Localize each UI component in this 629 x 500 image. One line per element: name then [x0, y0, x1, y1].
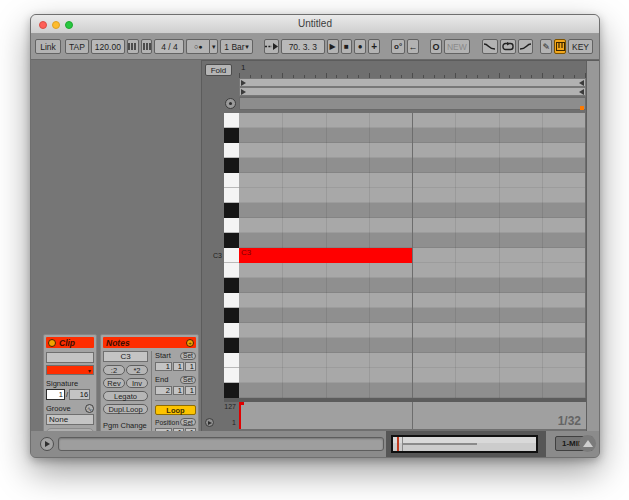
duplicate-loop-button[interactable]: Dupl.Loop: [103, 404, 148, 414]
overdub-button[interactable]: +: [368, 39, 380, 54]
back-to-arrangement-button[interactable]: ←: [407, 39, 419, 54]
black-key[interactable]: [224, 158, 239, 173]
start-sixteenth-field[interactable]: 1: [185, 362, 196, 371]
loop-start-marker-icon[interactable]: [241, 89, 246, 95]
play-button[interactable]: ▶: [327, 39, 339, 54]
record-button[interactable]: ●: [354, 39, 366, 54]
beat-time-ruler[interactable]: 1: [239, 63, 586, 78]
nudge-down-button[interactable]: [127, 39, 139, 54]
end-sixteenth-field[interactable]: 1: [185, 386, 196, 395]
white-key[interactable]: [224, 173, 239, 188]
set-end-button[interactable]: Set: [180, 376, 196, 384]
punch-in-button[interactable]: [482, 39, 498, 54]
black-key[interactable]: [224, 308, 239, 323]
arrangement-position-display[interactable]: 70. 3. 3: [281, 39, 325, 54]
notes-box-toggle[interactable]: ♪: [61, 457, 72, 458]
black-key[interactable]: [224, 383, 239, 398]
tempo-field[interactable]: 120.00: [91, 39, 125, 54]
scrollbar-track[interactable]: [586, 61, 600, 434]
white-key[interactable]: [224, 323, 239, 338]
velocity-stem[interactable]: [239, 402, 241, 429]
end-bar-field[interactable]: 2: [155, 386, 172, 395]
groove-icon[interactable]: ∿: [85, 404, 94, 413]
reverse-button[interactable]: Rev: [103, 378, 125, 388]
launch-box-toggle[interactable]: L: [46, 457, 57, 458]
new-button[interactable]: NEW: [444, 39, 470, 54]
chevron-down-icon: ▾: [212, 43, 216, 51]
legato-button[interactable]: Legato: [103, 391, 148, 401]
start-beat-field[interactable]: 1: [173, 362, 184, 371]
link-button[interactable]: Link: [35, 39, 61, 54]
black-key[interactable]: [224, 128, 239, 143]
velocity-marker[interactable]: [239, 402, 244, 405]
set-position-button[interactable]: Set: [180, 418, 196, 426]
metronome-button[interactable]: ○●: [186, 39, 209, 54]
automation-arm-button[interactable]: o°: [391, 39, 405, 54]
velocity-lane[interactable]: 1/32: [239, 402, 586, 429]
start-marker-lane[interactable]: [239, 78, 586, 87]
play-icon: ▶: [330, 42, 336, 51]
white-key[interactable]: [224, 218, 239, 233]
black-key[interactable]: [224, 278, 239, 293]
metronome-menu-button[interactable]: ▾: [209, 39, 218, 54]
tap-tempo-button[interactable]: TAP: [65, 39, 89, 54]
control-bar: Link TAP 120.00 4 / 4 ○● ▾ 1 Bar▾ 70. 3.…: [31, 34, 599, 60]
white-key[interactable]: [224, 263, 239, 278]
time-signature-field[interactable]: 4 / 4: [154, 39, 184, 54]
envelopes-box-toggle[interactable]: E: [76, 457, 87, 458]
white-key[interactable]: [224, 143, 239, 158]
groove-chooser[interactable]: None: [46, 414, 94, 425]
add-panel-icon[interactable]: +: [186, 339, 194, 347]
info-view-toggle[interactable]: [40, 437, 54, 451]
white-key[interactable]: [224, 188, 239, 203]
black-key[interactable]: [224, 338, 239, 353]
loop-marker-lane[interactable]: [239, 87, 586, 96]
plus-icon: +: [371, 41, 377, 52]
key-map-button[interactable]: KEY: [568, 39, 593, 54]
signature-denominator-field[interactable]: 16: [69, 389, 90, 400]
black-key[interactable]: [224, 203, 239, 218]
loop-end-marker-icon[interactable]: [579, 89, 584, 95]
preview-headphone-icon[interactable]: [225, 98, 236, 109]
end-beat-field[interactable]: 1: [173, 386, 184, 395]
invert-button[interactable]: Inv: [126, 378, 148, 388]
quantization-menu[interactable]: 1 Bar▾: [220, 39, 252, 54]
fold-button[interactable]: Fold: [205, 64, 232, 76]
loop-toggle-button[interactable]: Loop: [155, 405, 196, 415]
position-label: Position: [155, 419, 179, 426]
transpose-field[interactable]: C3: [103, 351, 148, 362]
set-start-button[interactable]: Set: [180, 352, 196, 360]
nudge-up-button[interactable]: [141, 39, 153, 54]
computer-midi-keyboard-button[interactable]: [554, 39, 566, 54]
clip-activator-icon[interactable]: [48, 339, 56, 347]
clip-name-field[interactable]: [46, 352, 94, 363]
signature-numerator-field[interactable]: 1: [46, 389, 65, 400]
velocity-lane-fold-icon[interactable]: [205, 418, 214, 427]
draw-mode-button[interactable]: ✎: [540, 39, 552, 54]
white-key[interactable]: [224, 248, 239, 263]
white-key[interactable]: [224, 293, 239, 308]
white-key[interactable]: [224, 113, 239, 128]
show-detail-view-toggle[interactable]: [579, 435, 596, 452]
white-key[interactable]: [224, 368, 239, 383]
follow-button[interactable]: [264, 39, 279, 54]
stop-button[interactable]: ■: [341, 39, 353, 54]
scroll-handle-marker[interactable]: [580, 106, 584, 110]
loop-end-marker-icon[interactable]: [579, 80, 584, 86]
midi-note[interactable]: C3: [239, 248, 412, 263]
follow-icon: [265, 43, 278, 50]
zoom-scroll-lane[interactable]: [239, 97, 586, 110]
session-record-button[interactable]: O: [430, 39, 442, 54]
start-bar-field[interactable]: 1: [155, 362, 172, 371]
clip-overview[interactable]: [391, 435, 538, 453]
key-pitch-label: C3: [202, 252, 222, 259]
punch-out-button[interactable]: [518, 39, 534, 54]
loop-switch[interactable]: [500, 39, 516, 54]
half-tempo-button[interactable]: :2: [103, 365, 125, 375]
black-key[interactable]: [224, 233, 239, 248]
clip-color-chooser[interactable]: ▾: [46, 365, 94, 375]
loop-start-marker-icon[interactable]: [241, 80, 246, 86]
pencil-icon: ✎: [543, 42, 551, 52]
double-tempo-button[interactable]: *2: [126, 365, 148, 375]
white-key[interactable]: [224, 353, 239, 368]
